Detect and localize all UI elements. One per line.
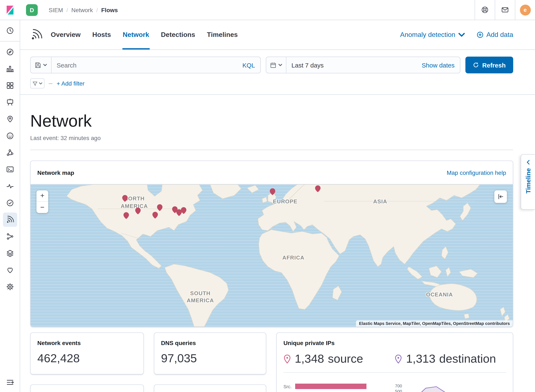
dashboard-nav-icon[interactable] [3,78,17,93]
tab-timelines[interactable]: Timelines [206,20,238,49]
discover-nav-icon[interactable] [3,45,17,59]
refresh-label: Refresh [482,61,506,69]
bar-axis-label: Src. [284,384,292,389]
destination-ips-label: destination [439,352,496,366]
user-avatar: e [520,5,530,15]
kibana-logo[interactable] [0,5,20,15]
tab-overview[interactable]: Overview [50,20,81,49]
siem-nav-icon[interactable] [3,213,17,227]
source-ips-label: source [328,352,363,366]
chevron-down-icon [39,82,42,85]
add-filter-button[interactable]: + Add filter [57,80,84,87]
space-switcher[interactable]: D [26,4,38,16]
map-pin-marker[interactable] [123,212,129,219]
source-bar [295,384,366,389]
help-button[interactable] [475,0,495,20]
dns-queries-card: DNS queries 97,035 [154,332,266,374]
plus-circle-icon [477,32,484,38]
page-title: Network [30,111,513,131]
world-map-land [31,184,513,327]
zoom-out-button[interactable]: − [37,202,48,213]
map-pin-marker[interactable] [152,211,158,219]
breadcrumb-flows: Flows [101,6,118,13]
machine-learning-nav-icon[interactable] [3,129,17,143]
fleet-nav-icon[interactable] [3,229,17,244]
add-data-link[interactable]: Add data [477,31,513,39]
map-pin-marker[interactable] [270,188,275,195]
breadcrumb-siem[interactable]: SIEM [49,6,63,13]
canvas-nav-icon[interactable] [3,95,17,109]
stat-cards-grid: Network events 462,428 DNS queries 97,03… [30,332,513,392]
map-legend-toggle-button[interactable] [494,190,507,203]
unique-private-ips-card: Unique private IPs 1,348 source [276,332,513,392]
visualize-nav-icon[interactable] [3,62,17,76]
map-pin-marker[interactable] [122,195,128,202]
zoom-in-button[interactable]: + [37,190,48,202]
network-events-value: 462,428 [37,352,137,365]
graph-nav-icon[interactable] [3,145,17,160]
map-pin-marker[interactable] [315,185,321,192]
map-pin-marker[interactable] [135,207,141,215]
recent-nav-icon[interactable] [3,23,17,38]
calendar-icon [270,62,276,68]
area-chart-svg [405,384,506,392]
breadcrumb-separator: / [96,6,98,13]
siem-tabs: OverviewHostsNetworkDetectionsTimelines [50,20,238,49]
global-header: D SIEM/Network/Flows e [0,0,535,20]
saved-query-menu-button[interactable] [31,57,51,73]
user-menu-button[interactable]: e [515,0,535,20]
map-config-help-link[interactable]: Map configuration help [447,169,506,176]
tab-network[interactable]: Network [122,20,149,49]
ip-mini-charts: Src. 700 500 [284,384,506,392]
siem-app-icon [30,28,43,41]
map-pin-marker[interactable] [157,204,163,211]
maps-nav-icon[interactable] [3,112,17,126]
map-panel-title: Network map [37,169,74,176]
ips-area-chart: 700 500 [393,384,506,392]
filter-options-button[interactable] [30,78,44,89]
unique-flow-ids-card: Unique flow IDs [30,384,144,392]
show-dates-button[interactable]: Show dates [416,61,460,69]
map-pin-marker[interactable] [181,207,186,214]
logs-nav-icon[interactable] [3,246,17,260]
sidebar-divider [0,41,20,42]
breadcrumb-network[interactable]: Network [71,6,93,13]
filter-bar: + Add filter [30,78,513,94]
chevron-down-icon [458,32,465,38]
metrics-nav-icon[interactable] [3,263,17,277]
query-bar-section: KQL Last 7 days Show dates [20,50,535,95]
expand-sidebar-button[interactable] [3,375,17,389]
chevron-down-icon [278,64,282,66]
search-input[interactable] [51,61,237,69]
page-body: Network Last event: 32 minutes ago Netwo… [20,95,535,392]
refresh-button[interactable]: Refresh [465,57,513,73]
last-event-text: Last event: 32 minutes ago [30,135,513,141]
collapse-left-icon [497,193,504,200]
source-ips-stat: 1,348 source [284,352,395,366]
date-quick-menu-button[interactable] [266,57,286,73]
anomaly-detection-label: Anomaly detection [400,31,455,39]
main-content: OverviewHostsNetworkDetectionsTimelines … [20,20,535,392]
network-events-card: Network events 462,428 [30,332,144,374]
app-sidebar [0,20,20,392]
timeline-flyout-button[interactable]: Timeline [521,154,535,210]
world-map[interactable]: + − Elastic Maps Service, MapTiler, Open… [31,184,513,327]
dns-queries-value: 97,035 [161,352,259,365]
monitoring-nav-icon[interactable] [3,179,17,193]
tab-detections[interactable]: Detections [160,20,195,49]
date-range-button[interactable]: Last 7 days [286,61,416,69]
card-title: Unique private IPs [284,340,506,346]
tab-hosts[interactable]: Hosts [92,20,111,49]
kibana-logo-icon [5,5,15,15]
help-icon [481,6,489,14]
uptime-nav-icon[interactable] [3,196,17,210]
mail-icon [501,6,509,14]
management-nav-icon[interactable] [3,280,17,294]
breadcrumb-separator: / [66,6,68,13]
anomaly-detection-dropdown[interactable]: Anomaly detection [400,31,465,39]
dev-tools-nav-icon[interactable] [3,162,17,177]
search-control: KQL [30,57,261,73]
newsfeed-button[interactable] [495,0,515,20]
kql-language-button[interactable]: KQL [237,61,260,69]
source-ips-value: 1,348 [295,352,324,366]
